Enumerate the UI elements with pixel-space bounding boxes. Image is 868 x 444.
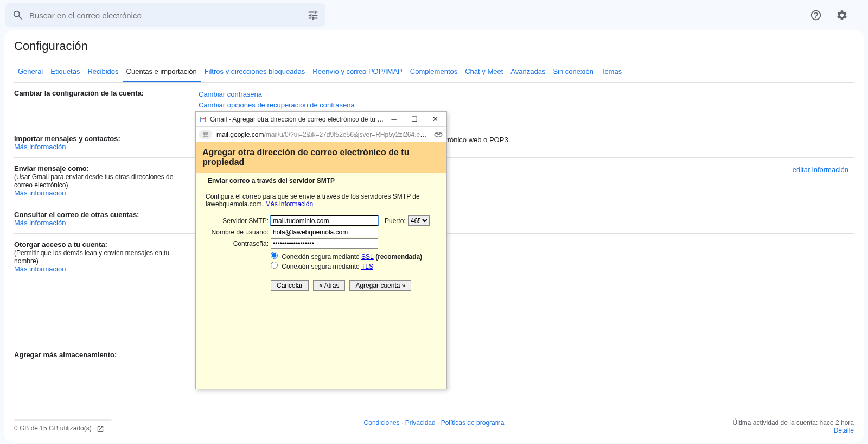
- tab-general[interactable]: General: [14, 63, 47, 82]
- popup-description: Configura el correo para que se envíe a …: [206, 193, 437, 208]
- ssl-option[interactable]: Conexión segura mediante SSL (recomendad…: [206, 252, 437, 261]
- row-sublabel: (Usar Gmail para enviar desde tus otras …: [14, 173, 173, 189]
- popup-subheader: Enviar correo a través del servidor SMTP: [200, 173, 442, 187]
- privacy-link[interactable]: Privacidad: [405, 419, 436, 427]
- more-info-link[interactable]: Más información: [14, 219, 66, 227]
- tab-avanzadas[interactable]: Avanzadas: [507, 63, 549, 82]
- url-text: mail.google.com/mail/u/0/?ui=2&ik=27d9f5…: [216, 131, 429, 138]
- site-info-icon[interactable]: [199, 130, 212, 139]
- maximize-button[interactable]: ☐: [406, 113, 423, 125]
- popup-window: Gmail - Agregar otra dirección de correo…: [195, 111, 447, 389]
- tab-reenv-o-y-correo-pop-imap[interactable]: Reenvío y correo POP/IMAP: [309, 63, 406, 82]
- footer: 0 GB de 15 GB utilizado(s) Condiciones ·…: [14, 419, 854, 434]
- row-label: Consultar el correo de otras cuentas:: [14, 211, 139, 219]
- password-label: Contraseña:: [206, 240, 269, 248]
- popup-body: Agregar otra dirección de correo electró…: [196, 142, 446, 389]
- search-bar[interactable]: [5, 3, 326, 27]
- password-input[interactable]: [271, 238, 378, 249]
- port-label: Puerto:: [385, 217, 406, 225]
- account-link[interactable]: Cambiar contraseña: [199, 89, 854, 100]
- settings-tabs: GeneralEtiquetasRecibidosCuentas e impor…: [14, 63, 854, 83]
- cancel-button[interactable]: Cancelar: [271, 280, 309, 291]
- tab-chat-y-meet[interactable]: Chat y Meet: [461, 63, 507, 82]
- link-icon[interactable]: [433, 130, 443, 139]
- header-actions: [806, 5, 863, 25]
- help-button[interactable]: [806, 5, 826, 25]
- tab-complementos[interactable]: Complementos: [406, 63, 461, 82]
- smtp-label: Servidor SMTP:: [206, 217, 269, 225]
- tab-filtros-y-direcciones-bloqueadas[interactable]: Filtros y direcciones bloqueadas: [201, 63, 309, 82]
- close-button[interactable]: ✕: [427, 113, 443, 125]
- tab-sin-conexi-n[interactable]: Sin conexión: [549, 63, 597, 82]
- search-input[interactable]: [24, 11, 307, 20]
- policies-link[interactable]: Políticas de programa: [441, 419, 505, 427]
- search-icon: [12, 9, 24, 21]
- settings-button[interactable]: [832, 5, 852, 25]
- edit-info-link[interactable]: editar información: [793, 164, 848, 175]
- smtp-server-input[interactable]: [271, 215, 378, 226]
- back-button[interactable]: « Atrás: [313, 280, 345, 291]
- ssl-radio[interactable]: [271, 252, 278, 259]
- page-title: Configuración: [14, 39, 854, 53]
- add-account-button[interactable]: Agregar cuenta »: [349, 280, 411, 291]
- activity-text: Última actividad de la cuenta: hace 2 ho…: [733, 419, 854, 427]
- storage-text: 0 GB de 15 GB utilizado(s): [14, 424, 92, 432]
- row-label: Agregar más almacenamiento:: [14, 351, 117, 359]
- popup-urlbar: mail.google.com/mail/u/0/?ui=2&ik=27d9f5…: [196, 127, 446, 142]
- tab-recibidos[interactable]: Recibidos: [84, 63, 122, 82]
- footer-links: Condiciones · Privacidad · Políticas de …: [364, 419, 505, 427]
- row-label: Enviar mensaje como:: [14, 164, 89, 173]
- popup-header: Agregar otra dirección de correo electró…: [196, 142, 446, 173]
- popup-window-title: Gmail - Agregar otra dirección de correo…: [210, 116, 386, 123]
- tls-link[interactable]: TLS: [361, 263, 373, 270]
- row-label: Otorgar acceso a tu cuenta:: [14, 240, 107, 249]
- username-label: Nombre de usuario:: [206, 229, 269, 236]
- tls-option[interactable]: Conexión segura mediante TLS: [206, 262, 437, 270]
- details-link[interactable]: Detalle: [834, 427, 854, 434]
- more-info-link[interactable]: Más información: [14, 143, 66, 151]
- help-icon: [810, 9, 822, 21]
- gmail-icon: [199, 116, 207, 123]
- ssl-link[interactable]: SSL: [361, 253, 374, 261]
- tls-radio[interactable]: [271, 262, 278, 269]
- row-sublabel: (Permitir que los demás lean y envíen me…: [14, 249, 169, 265]
- account-link[interactable]: Cambiar opciones de recuperación de cont…: [199, 100, 854, 111]
- gear-icon: [836, 9, 848, 21]
- minimize-button[interactable]: ─: [386, 113, 402, 125]
- open-in-new-icon[interactable]: [97, 425, 104, 433]
- terms-link[interactable]: Condiciones: [364, 419, 400, 427]
- popup-titlebar: Gmail - Agregar otra dirección de correo…: [196, 112, 446, 127]
- row-label: Importar mensajes y contactos:: [14, 135, 120, 143]
- port-select[interactable]: 465: [408, 215, 430, 226]
- tab-cuentas-e-importaci-n[interactable]: Cuentas e importación: [123, 63, 201, 82]
- row-label: Cambiar la configuración de la cuenta:: [14, 89, 144, 97]
- tab-etiquetas[interactable]: Etiquetas: [47, 63, 84, 82]
- storage-bar: [14, 419, 112, 421]
- more-info-link[interactable]: Más información: [265, 200, 313, 208]
- more-info-link[interactable]: Más información: [14, 189, 66, 197]
- username-input[interactable]: [271, 227, 378, 237]
- tab-temas[interactable]: Temas: [597, 63, 626, 82]
- more-info-link[interactable]: Más información: [14, 265, 66, 273]
- app-header: [0, 0, 868, 30]
- tune-icon[interactable]: [307, 9, 319, 21]
